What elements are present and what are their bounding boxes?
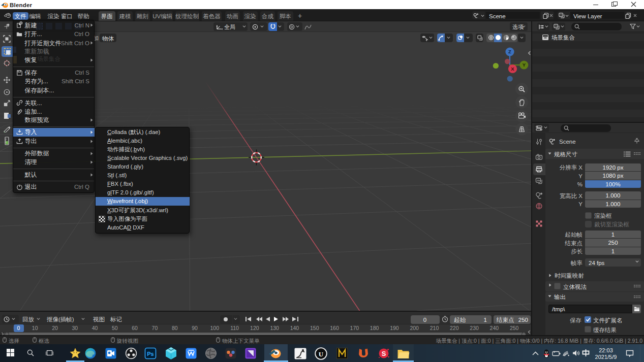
svg-text:Ps: Ps [147, 351, 154, 357]
svg-text:U: U [319, 350, 324, 358]
svg-text:Z: Z [508, 49, 511, 54]
svg-text:X: X [511, 65, 514, 71]
svg-text:Y: Y [522, 62, 526, 68]
svg-text:S: S [382, 350, 386, 357]
